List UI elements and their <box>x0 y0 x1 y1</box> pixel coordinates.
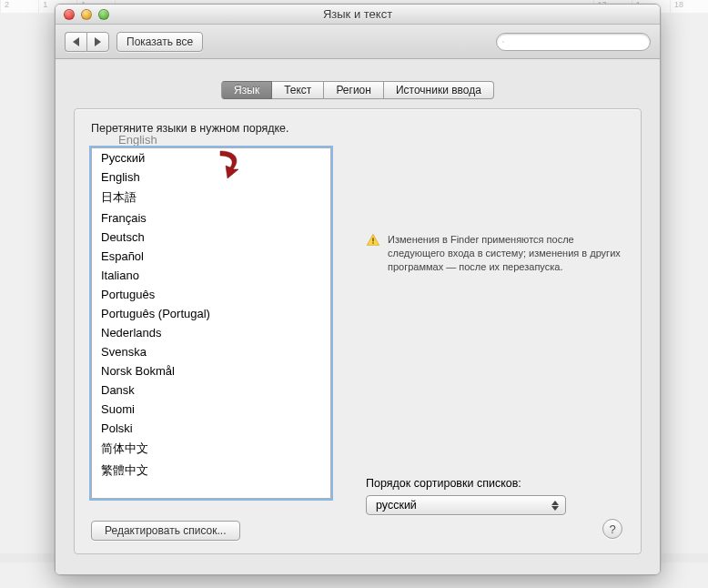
tab-language[interactable]: Язык <box>221 81 272 99</box>
list-item[interactable]: Nederlands <box>92 323 330 342</box>
svg-rect-2 <box>372 238 373 241</box>
list-item[interactable]: Suomi <box>92 400 330 419</box>
list-item[interactable]: Polski <box>92 419 330 438</box>
sort-order-label: Порядок сортировки списков: <box>366 477 615 490</box>
list-item[interactable]: Português <box>92 285 330 304</box>
sort-order-value: русский <box>376 499 417 512</box>
list-item[interactable]: 简体中文 <box>92 438 330 460</box>
toolbar: Показать все <box>56 25 660 59</box>
tab-bar: Язык Текст Регион Источники ввода <box>56 81 660 99</box>
warning-note: Изменения в Finder применяются после сле… <box>366 233 624 274</box>
warning-text: Изменения в Finder применяются после сле… <box>388 233 624 274</box>
search-icon <box>502 36 504 47</box>
tab-text[interactable]: Текст <box>272 81 324 99</box>
language-list[interactable]: Русский English 日本語 Français Deutsch Esp… <box>91 147 331 499</box>
list-item[interactable]: Dansk <box>92 380 330 400</box>
list-item[interactable]: Svenska <box>92 342 330 361</box>
search-field[interactable] <box>496 33 651 51</box>
help-icon: ? <box>609 522 615 536</box>
updown-arrows-icon <box>549 498 561 512</box>
list-item[interactable]: Italiano <box>92 266 330 285</box>
titlebar[interactable]: Язык и текст <box>56 5 660 25</box>
close-button[interactable] <box>64 9 75 20</box>
sort-order-popup[interactable]: русский <box>366 495 566 515</box>
back-button[interactable] <box>65 32 86 52</box>
svg-line-1 <box>503 42 504 43</box>
list-item[interactable]: Español <box>92 247 330 266</box>
forward-button[interactable] <box>86 32 109 52</box>
chevron-left-icon <box>73 37 79 46</box>
list-item[interactable]: Deutsch <box>92 228 330 247</box>
svg-rect-3 <box>372 242 373 243</box>
tab-input-sources[interactable]: Источники ввода <box>384 81 494 99</box>
window-title: Язык и текст <box>56 7 660 21</box>
right-column: Изменения в Finder применяются после сле… <box>353 147 624 541</box>
preferences-window: Язык и текст Показать все Язык Текст Рег… <box>55 4 661 575</box>
tab-panel: Перетяните языки в нужном порядке. Engli… <box>74 108 642 554</box>
show-all-label: Показать все <box>126 35 193 48</box>
list-item[interactable]: English <box>92 167 330 187</box>
nav-group <box>65 32 109 52</box>
minimize-button[interactable] <box>81 9 92 20</box>
traffic-lights <box>56 9 109 20</box>
list-item[interactable]: Русский <box>92 148 330 167</box>
edit-list-button[interactable]: Редактировать список... <box>91 521 240 541</box>
ghost-drag-label: English <box>118 133 157 147</box>
list-item[interactable]: Norsk Bokmål <box>92 361 330 380</box>
show-all-button[interactable]: Показать все <box>116 32 203 52</box>
instruction-text: Перетяните языки в нужном порядке. <box>91 122 624 135</box>
list-item[interactable]: Français <box>92 208 330 228</box>
zoom-button[interactable] <box>98 9 109 20</box>
search-input[interactable] <box>508 35 644 48</box>
window-body: Язык Текст Регион Источники ввода Перетя… <box>56 59 660 574</box>
warning-icon <box>366 233 380 248</box>
edit-list-label: Редактировать список... <box>105 524 227 537</box>
edit-list-row: Редактировать список... <box>91 521 240 541</box>
list-item[interactable]: Português (Portugal) <box>92 304 330 323</box>
tab-region[interactable]: Регион <box>324 81 384 99</box>
chevron-right-icon <box>95 37 101 46</box>
list-item[interactable]: 日本語 <box>92 187 330 208</box>
sort-order-block: Порядок сортировки списков: русский <box>366 477 615 515</box>
list-item[interactable]: 繁體中文 <box>92 460 330 482</box>
help-button[interactable]: ? <box>602 519 622 539</box>
